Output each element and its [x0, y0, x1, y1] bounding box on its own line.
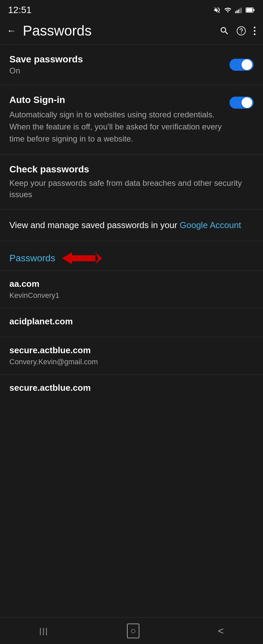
- password-domain-1: acidplanet.com: [9, 316, 254, 327]
- toggle-thumb: [242, 59, 252, 70]
- battery-icon: [246, 6, 255, 14]
- page-title: Passwords: [23, 23, 214, 39]
- save-passwords-toggle[interactable]: [229, 58, 254, 71]
- auto-signin-toggle-thumb: [242, 97, 252, 108]
- auto-signin-title: Auto Sign-in: [9, 95, 223, 105]
- mute-icon: [213, 6, 221, 14]
- svg-point-8: [237, 27, 246, 35]
- auto-signin-toggle[interactable]: [229, 96, 254, 109]
- status-icons: [213, 6, 255, 14]
- google-account-text: View and manage saved passwords in your …: [9, 220, 241, 230]
- save-passwords-content: Save passwords On: [9, 54, 229, 75]
- svg-point-9: [241, 33, 241, 33]
- auto-signin-desc: Automatically sign in to websites using …: [9, 109, 223, 145]
- password-item-0[interactable]: aa.com KevinConvery1: [0, 271, 263, 308]
- help-icon[interactable]: [236, 26, 246, 36]
- svg-point-12: [254, 34, 256, 35]
- check-passwords-desc: Keep your passwords safe from data breac…: [9, 177, 254, 200]
- nav-bar: ← Passwords: [0, 19, 263, 44]
- signal-icon: [235, 6, 242, 14]
- recent-apps-button[interactable]: |||: [39, 626, 49, 636]
- password-domain-2: secure.actblue.com: [9, 345, 254, 356]
- auto-signin-content: Auto Sign-in Automatically sign in to we…: [9, 95, 229, 145]
- search-icon[interactable]: [219, 26, 229, 36]
- svg-marker-15: [95, 253, 102, 264]
- passwords-section-header: Passwords: [0, 241, 263, 270]
- google-account-prefix: View and manage saved passwords in your: [9, 220, 180, 230]
- svg-rect-0: [235, 11, 236, 13]
- passwords-section-label[interactable]: Passwords: [9, 253, 55, 264]
- google-account-link[interactable]: Google Account: [180, 220, 241, 230]
- svg-rect-2: [238, 9, 239, 13]
- svg-rect-7: [254, 9, 255, 11]
- svg-rect-6: [247, 8, 253, 12]
- svg-rect-13: [72, 255, 95, 261]
- svg-rect-4: [241, 8, 242, 13]
- nav-actions: [219, 26, 256, 36]
- home-button[interactable]: ○: [127, 624, 139, 638]
- bottom-nav: ||| ○ <: [0, 617, 263, 644]
- back-nav-button[interactable]: <: [218, 625, 224, 637]
- svg-rect-1: [237, 10, 238, 13]
- svg-rect-3: [239, 8, 240, 13]
- password-item-3[interactable]: secure.actblue.com: [0, 375, 263, 403]
- status-bar: 12:51: [0, 0, 263, 19]
- google-account-row[interactable]: View and manage saved passwords in your …: [0, 210, 263, 240]
- password-domain-0: aa.com: [9, 279, 254, 289]
- red-arrow-icon: [62, 249, 102, 268]
- check-passwords-row[interactable]: Check passwords Keep your passwords safe…: [0, 155, 263, 209]
- save-passwords-title: Save passwords: [9, 54, 223, 65]
- svg-point-10: [254, 27, 256, 29]
- save-passwords-status: On: [9, 66, 223, 75]
- back-button[interactable]: ←: [5, 24, 17, 38]
- status-time: 12:51: [8, 5, 31, 15]
- password-item-1[interactable]: acidplanet.com: [0, 308, 263, 337]
- password-username-2: Convery.Kevin@gmail.com: [9, 358, 254, 366]
- svg-point-11: [254, 30, 256, 32]
- auto-signin-row[interactable]: Auto Sign-in Automatically sign in to we…: [0, 85, 263, 154]
- password-domain-3: secure.actblue.com: [9, 383, 254, 393]
- password-username-0: KevinConvery1: [9, 291, 254, 300]
- save-passwords-row[interactable]: Save passwords On: [0, 45, 263, 85]
- svg-marker-14: [62, 252, 72, 264]
- wifi-icon: [224, 6, 232, 14]
- check-passwords-title: Check passwords: [9, 164, 254, 175]
- more-options-icon[interactable]: [253, 26, 256, 36]
- password-item-2[interactable]: secure.actblue.com Convery.Kevin@gmail.c…: [0, 337, 263, 374]
